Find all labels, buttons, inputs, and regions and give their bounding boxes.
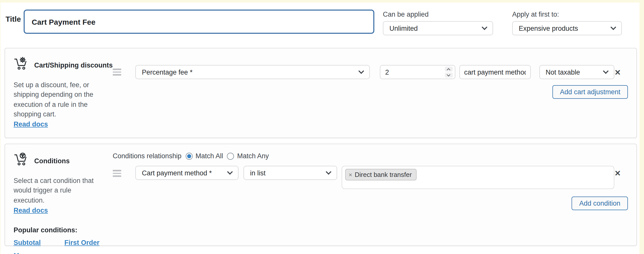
conditions-sidebar: Conditions Select a cart condition that … — [14, 152, 117, 254]
number-stepper — [445, 67, 453, 78]
condition-type-value: Cart payment method * — [142, 169, 212, 177]
conditions-description: Select a cart condition that would trigg… — [14, 176, 103, 205]
condition-operator-select[interactable]: in list — [244, 166, 337, 180]
chevron-down-icon — [482, 24, 488, 30]
apply-at-first-group: Apply at first to: Expensive products — [512, 11, 622, 35]
can-be-applied-select[interactable]: Unlimited — [383, 21, 493, 35]
discounts-read-docs-link[interactable]: Read docs — [14, 120, 48, 128]
popular-conditions-label: Popular conditions: — [14, 226, 117, 234]
cart-adjustment-row: Percentage fee * Not taxable — [113, 65, 628, 79]
conditions-header: Conditions — [14, 152, 117, 169]
adjustment-type-select[interactable]: Percentage fee * — [135, 65, 370, 79]
conditions-read-docs-link[interactable]: Read docs — [14, 207, 48, 214]
popular-links: Subtotal First Order — [14, 239, 117, 246]
chevron-down-icon — [603, 68, 609, 74]
chevron-down-icon — [326, 169, 332, 175]
cart-shipping-discounts-section: Cart/Shipping discounts Set up a discoun… — [5, 48, 637, 138]
stepper-down-icon[interactable] — [445, 73, 453, 78]
remove-adjustment-icon[interactable]: ✕ — [615, 68, 621, 76]
more-link[interactable]: More — [14, 252, 30, 254]
conditions-relationship-label: Conditions relationship — [113, 152, 181, 160]
cart-gear-icon — [14, 56, 29, 74]
add-condition-button[interactable]: Add condition — [572, 197, 628, 210]
title-input[interactable] — [24, 10, 374, 34]
tax-value: Not taxable — [546, 68, 580, 76]
popular-link-subtotal[interactable]: Subtotal — [14, 239, 41, 246]
page: Title Can be applied Unlimited Apply at … — [0, 0, 644, 254]
discounts-description: Set up a discount, fee, or shipping depe… — [14, 80, 103, 119]
discounts-body: Percentage fee * Not taxable — [113, 48, 636, 99]
match-all-label[interactable]: Match All — [195, 152, 223, 160]
apply-at-first-select[interactable]: Expensive products — [512, 21, 622, 35]
match-all-radio[interactable] — [185, 152, 192, 160]
chevron-down-icon — [611, 24, 616, 30]
match-any-label[interactable]: Match Any — [237, 152, 269, 160]
discounts-sidebar: Cart/Shipping discounts Set up a discoun… — [14, 56, 117, 129]
chevron-down-icon — [358, 68, 364, 74]
conditions-body: Conditions relationship Match All Match … — [113, 144, 636, 210]
adjustment-type-value: Percentage fee * — [142, 68, 192, 76]
more-triangle-icon: ▾ — [33, 252, 36, 254]
tag-label: Direct bank transfer — [355, 171, 412, 178]
discounts-header: Cart/Shipping discounts — [14, 56, 117, 74]
condition-row: Cart payment method * in list × Direct b… — [113, 166, 628, 189]
match-any-radio[interactable] — [227, 152, 234, 160]
fee-name-input[interactable] — [459, 65, 531, 79]
condition-type-select[interactable]: Cart payment method * — [135, 166, 238, 180]
condition-operator-value: in list — [250, 169, 266, 177]
discounts-heading: Cart/Shipping discounts — [34, 61, 113, 69]
remove-condition-icon[interactable]: ✕ — [615, 169, 621, 177]
chevron-down-icon — [227, 169, 233, 175]
conditions-heading: Conditions — [34, 157, 70, 165]
amount-field — [380, 65, 455, 79]
more-row: More ▾ — [14, 252, 117, 254]
add-adjustment-row: Add cart adjustment — [113, 85, 628, 99]
can-be-applied-value: Unlimited — [389, 24, 418, 32]
can-be-applied-group: Can be applied Unlimited — [383, 11, 493, 35]
apply-at-first-label: Apply at first to: — [512, 11, 622, 18]
conditions-section: Conditions Select a cart condition that … — [5, 144, 637, 246]
popular-link-first-order[interactable]: First Order — [64, 239, 100, 246]
tax-select[interactable]: Not taxable — [539, 65, 615, 79]
can-be-applied-label: Can be applied — [383, 11, 493, 18]
conditions-relationship-row: Conditions relationship Match All Match … — [113, 152, 628, 160]
add-condition-row: Add condition — [113, 197, 628, 210]
apply-at-first-value: Expensive products — [519, 24, 578, 32]
add-cart-adjustment-button[interactable]: Add cart adjustment — [552, 85, 628, 99]
cart-filter-icon — [14, 152, 29, 169]
selected-tag: × Direct bank transfer — [345, 169, 417, 180]
amount-input[interactable] — [380, 65, 455, 79]
stepper-up-icon[interactable] — [445, 67, 453, 72]
condition-values-field[interactable]: × Direct bank transfer — [342, 166, 614, 189]
rule-editor-panel: Title Can be applied Unlimited Apply at … — [1, 3, 639, 254]
remove-tag-icon[interactable]: × — [349, 171, 352, 178]
title-label: Title — [6, 15, 21, 23]
